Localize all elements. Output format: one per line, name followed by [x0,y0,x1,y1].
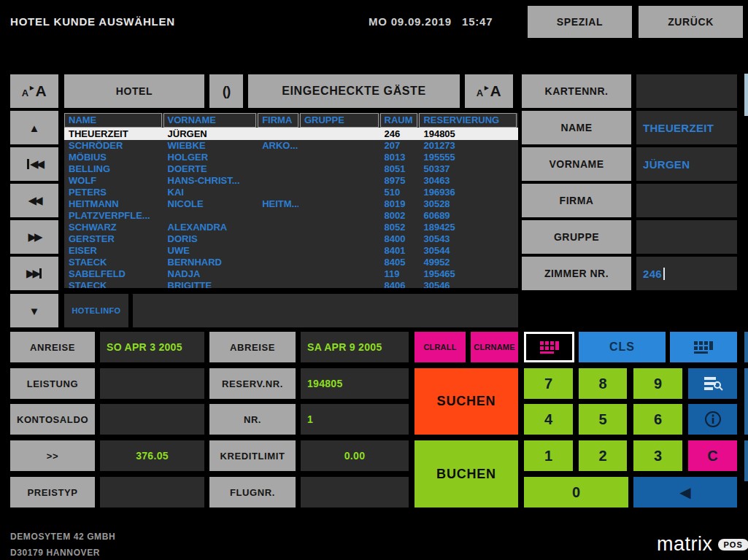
table-cell: STAECK [64,257,162,268]
cls-button[interactable]: CLS [579,332,666,362]
table-cell [163,210,257,222]
key-9[interactable]: 9 [633,368,682,399]
table-row[interactable]: GERSTERDORIS840030543 [64,233,518,245]
key-1[interactable]: 1 [524,440,573,471]
table-row[interactable]: THEUERZEITJÜRGEN246194805 [64,128,518,140]
table-cell: PETERS [64,187,162,198]
spezial-button[interactable]: SPEZIAL [528,6,632,38]
kontosaldo-field[interactable] [100,404,204,435]
key-3[interactable]: 3 [633,440,682,471]
page-forward-button[interactable]: ▶▶ [10,220,58,254]
kreditlimit-label: KREDITLIMIT [209,440,296,471]
vorname-field[interactable]: JÜRGEN [636,147,737,181]
table-cell: STAECK [64,280,162,288]
table-row[interactable]: SABELFELDNADJA119195465 [64,268,518,280]
table-row[interactable]: BELLINGDOERTE805150337 [64,163,518,175]
zimmer-nr-label: ZIMMER NR. [522,257,631,290]
table-cell: PLATZVERPFLE... [64,210,162,222]
brand-name: matrix [657,533,713,556]
page-title: HOTEL KUNDE AUSWÄHLEN [10,15,175,28]
brand-badge: POS [718,539,748,551]
flugnr-field[interactable] [301,477,409,508]
vorname-label: VORNAME [522,147,631,181]
skip-last-button[interactable]: ▶▶ [10,257,58,290]
table-cell: HEITMANN [64,198,162,210]
key-0[interactable]: 0 [524,477,628,508]
skip-first-button[interactable]: ◀◀ [10,147,58,181]
kartennr-field[interactable] [636,74,737,108]
key-7[interactable]: 7 [524,368,573,399]
key-8[interactable]: 8 [579,368,627,399]
backspace-icon: ◀ [679,483,690,501]
key-2[interactable]: 2 [579,440,627,471]
table-row[interactable]: MÖBIUSHOLGER8013195555 [64,152,518,163]
table-cell [258,222,298,233]
nr-field[interactable]: 1 [301,404,409,435]
table-cell: NICOLE [163,198,257,210]
suchen-button[interactable]: SUCHEN [415,368,518,435]
anreise-field[interactable]: SO APR 3 2005 [100,332,204,362]
buchen-button[interactable]: BUCHEN [415,440,518,508]
table-cell [258,280,298,288]
list-search-button[interactable] [688,368,737,399]
checked-in-guests-button[interactable]: EINGECHECKTE GÄSTE [248,74,460,108]
scroll-up-button[interactable]: ▲ [10,111,58,144]
table-cell: HOLGER [163,152,257,163]
table-cell [300,152,379,163]
table-row[interactable]: EISERUWE840130544 [64,245,518,257]
table-row[interactable]: STAECKBERNHARD840549952 [64,257,518,268]
backspace-button[interactable]: ◀ [633,477,737,508]
clrname-button[interactable]: CLRNAME [471,332,518,362]
table-cell: 8406 [380,280,418,288]
key-6[interactable]: 6 [633,404,682,435]
table-cell [300,280,379,288]
nr-label: NR. [209,404,296,435]
key-5[interactable]: 5 [579,404,627,435]
table-row[interactable]: PETERSKAI510196936 [64,187,518,198]
zurueck-button[interactable]: ZURÜCK [639,6,743,38]
page-back-button[interactable]: ◀◀ [10,184,58,217]
table-row[interactable]: WOLFHANS-CHRIST...897530463 [64,175,518,187]
preistyp-field[interactable] [100,477,204,508]
table-row[interactable]: SCHWARZALEXANDRA8052189425 [64,222,518,233]
table-row[interactable]: SCHRÖDERWIEBKEARKO...207201273 [64,140,518,152]
hotelinfo-button[interactable]: HOTELINFO [64,294,128,327]
clear-key[interactable]: C [688,440,737,471]
table-row[interactable]: STAECKBRIGITTE840630546 [64,280,518,288]
font-size-increase-button[interactable]: A▶A [465,74,513,108]
table-row[interactable]: HEITMANNNICOLEHEITM...801930528 [64,198,518,210]
clrall-button[interactable]: CLRALL [415,332,466,362]
hotelinfo-bar [133,294,518,327]
firma-field[interactable] [636,184,737,217]
keyboard-toggle-active-button[interactable] [524,332,574,362]
table-cell: 195555 [419,152,517,163]
keyboard-toggle-button[interactable] [670,332,737,362]
zimmer-nr-field[interactable]: 246 [636,257,737,290]
table-cell [300,175,379,187]
font-size-icon: A▶A [477,82,502,100]
key-4[interactable]: 4 [524,404,573,435]
date-display: MO 09.09.2019 [369,15,452,28]
table-cell [300,222,379,233]
arrow-up-icon: ▲ [29,122,40,134]
gruppe-field[interactable] [636,220,737,254]
more-button[interactable]: >> [10,440,95,471]
name-field[interactable]: THEUERZEIT [636,111,737,144]
table-cell: BERNHARD [163,257,257,268]
reservnr-label: RESERV.NR. [209,368,296,399]
table-cell: KAI [163,187,257,198]
table-cell [300,210,379,222]
column-header: GRUPPE [300,113,379,128]
hotel-button[interactable]: HOTEL [64,74,204,108]
table-row[interactable]: PLATZVERPFLE...800260689 [64,210,518,222]
table-cell [258,128,298,140]
font-size-decrease-button[interactable]: A▶A [10,74,58,108]
leistung-field[interactable] [100,368,204,399]
scroll-down-button[interactable]: ▼ [10,294,58,327]
refresh-button[interactable]: () [209,74,243,108]
table-cell: WIEBKE [163,140,257,152]
info-button[interactable] [688,404,737,435]
reservnr-field[interactable]: 194805 [301,368,409,399]
abreise-field[interactable]: SA APR 9 2005 [301,332,409,362]
table-cell [300,140,379,152]
